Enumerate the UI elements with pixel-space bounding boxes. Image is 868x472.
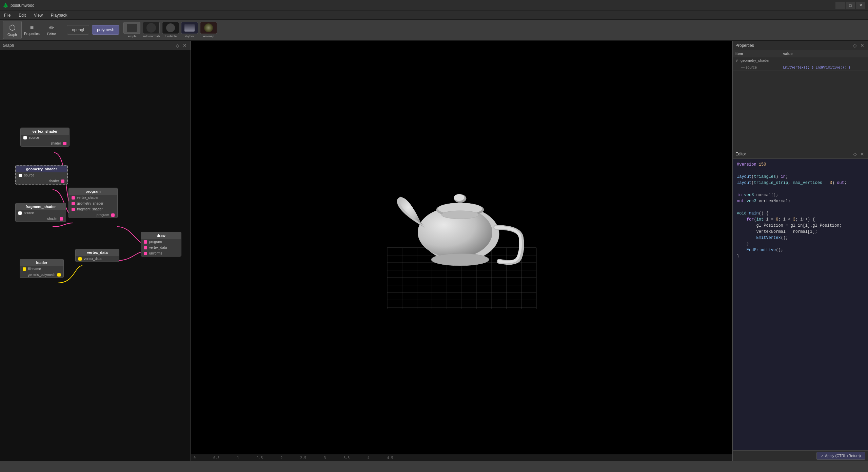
preset-turntable-label: turntable <box>165 35 177 38</box>
preset-auto-normals-label: auto normals <box>142 35 160 38</box>
port-vertex-shader-out: shader <box>21 140 69 146</box>
graph-panel-diamond[interactable]: ◇ <box>174 42 180 49</box>
port-prog-out: program <box>69 212 117 218</box>
graph-panel-header: Graph ◇ ✕ <box>0 41 191 50</box>
prop-source-key: — source <box>741 65 757 69</box>
preset-skybox[interactable]: skybox <box>181 22 198 38</box>
port-dot-draw-prog <box>144 240 147 244</box>
port-dot-prog-out <box>111 213 115 217</box>
port-dot-loader-out <box>57 273 61 277</box>
port-dot-vs-shader <box>63 142 66 145</box>
graph-panel-title: Graph <box>3 43 14 48</box>
preset-skybox-label: skybox <box>185 35 194 38</box>
port-draw-vdata: vertex_data <box>141 245 181 250</box>
right-panels: Properties ◇ ✕ item value <box>732 41 868 461</box>
teapot-area <box>191 41 732 454</box>
window-controls: — □ ✕ <box>835 2 865 9</box>
port-geo-source: source <box>16 172 67 178</box>
editor-icon: ✏ <box>49 24 54 32</box>
properties-content: item value ∨ geometry_shader <box>733 50 868 149</box>
prop-geo-shader-key: geometry_shader <box>741 58 770 62</box>
svg-point-29 <box>441 211 479 219</box>
node-program[interactable]: program vertex_shader geometry_shader fr… <box>68 188 118 218</box>
editor-panel-diamond[interactable]: ◇ <box>852 151 858 157</box>
port-dot-gs-source <box>19 174 22 177</box>
port-dot-vs-source <box>23 136 27 139</box>
app-title: possumwood <box>11 3 35 8</box>
minimize-button[interactable]: — <box>835 2 845 9</box>
preset-simple[interactable]: simple <box>123 22 140 38</box>
tab-opengl[interactable]: opengl <box>67 25 89 35</box>
menubar: File Edit View Playback <box>0 11 868 20</box>
port-prog-fs: fragment_shader <box>69 206 117 212</box>
port-dot-loader-filename <box>23 267 26 271</box>
preset-turntable[interactable]: turntable <box>162 22 179 38</box>
prop-col-item: item <box>733 50 780 57</box>
teapot-svg <box>374 159 550 336</box>
menu-file[interactable]: File <box>0 12 15 19</box>
node-vertex-shader-title: vertex_shader <box>21 128 69 135</box>
editor-panel-title: Editor <box>735 152 746 156</box>
node-vertex-data[interactable]: vertex_data vertex_data <box>75 249 119 262</box>
editor-tool-button[interactable]: ✏ Editor <box>42 21 61 39</box>
menu-edit[interactable]: Edit <box>15 12 30 19</box>
node-program-title: program <box>69 188 117 195</box>
graph-panel-close[interactable]: ✕ <box>182 42 188 49</box>
preset-envmap-label: envmap <box>203 35 214 38</box>
main-tools: ⬡ Graph ≡ Properties ✏ Editor <box>3 21 64 39</box>
titlebar: 🌲 possumwood — □ ✕ <box>0 0 868 11</box>
node-fragment-shader[interactable]: fragment_shader source shader <box>15 203 66 222</box>
tab-polymesh[interactable]: polymesh <box>92 25 119 35</box>
node-draw-title: draw <box>141 232 181 239</box>
prop-source-value: EmitVertex(); } EndPrimitive(); } <box>783 65 850 69</box>
node-fragment-shader-title: fragment_shader <box>16 203 66 210</box>
graph-panel-controls: ◇ ✕ <box>174 42 188 49</box>
app-icon: 🌲 <box>3 3 8 8</box>
port-draw-uniforms: uniforms <box>141 250 181 256</box>
svg-point-24 <box>431 253 489 266</box>
port-frag-shader-out: shader <box>16 216 66 222</box>
editor-footer: ✓ Apply (CTRL+Return) <box>733 450 868 461</box>
node-geometry-shader[interactable]: geometry_shader source shader <box>15 165 68 185</box>
svg-point-28 <box>454 194 464 201</box>
node-vertex-shader[interactable]: vertex_shader source shader <box>20 128 70 147</box>
properties-tool-button[interactable]: ≡ Properties <box>22 21 41 39</box>
properties-panel-diamond[interactable]: ◇ <box>852 42 858 49</box>
prop-row-source: — source EmitVertex(); } EndPrimitive();… <box>733 64 868 71</box>
port-loader-filename: filename <box>20 266 63 272</box>
port-dot-draw-vdata <box>144 246 147 249</box>
node-loader-title: loader <box>20 259 63 266</box>
port-dot-gs-shader <box>61 180 64 183</box>
preset-buttons: simple auto normals turntable skybox env… <box>123 22 217 38</box>
editor-tool-label: Editor <box>47 32 56 36</box>
properties-panel-title: Properties <box>735 43 754 48</box>
editor-panel: Editor ◇ ✕ #version 150 layout(triangles… <box>733 149 868 461</box>
port-dot-prog-gs <box>72 202 75 205</box>
node-loader[interactable]: loader filename generic_polymesh <box>20 259 64 278</box>
properties-panel: Properties ◇ ✕ item value <box>733 41 868 149</box>
menu-view[interactable]: View <box>30 12 47 19</box>
graph-panel: Graph ◇ ✕ <box>0 41 191 461</box>
maximize-button[interactable]: □ <box>846 2 855 9</box>
menu-playback[interactable]: Playback <box>47 12 72 19</box>
port-dot-vd-in <box>78 257 82 261</box>
apply-button[interactable]: ✓ Apply (CTRL+Return) <box>816 452 865 460</box>
preset-envmap[interactable]: envmap <box>200 22 217 38</box>
graph-canvas[interactable]: vertex_shader source shader geometry_sha… <box>0 50 191 461</box>
editor-code-area[interactable]: #version 150 layout(triangles) in; layou… <box>733 159 868 450</box>
properties-icon: ≡ <box>30 24 34 31</box>
preset-auto-normals[interactable]: auto normals <box>142 22 160 38</box>
graph-tool-button[interactable]: ⬡ Graph <box>3 21 22 39</box>
viewport[interactable]: 0 0.5 1 1.5 2 2.5 3 3.5 4 4.5 <box>191 41 732 461</box>
port-loader-out: generic_polymesh <box>20 272 63 278</box>
properties-panel-close[interactable]: ✕ <box>859 42 865 49</box>
toolbar: ⬡ Graph ≡ Properties ✏ Editor opengl pol… <box>0 20 868 41</box>
close-button[interactable]: ✕ <box>856 2 865 9</box>
graph-icon: ⬡ <box>9 23 16 32</box>
node-draw[interactable]: draw program vertex_data uniforms <box>141 232 181 257</box>
port-dot-fs-source <box>18 211 22 215</box>
node-vertex-data-title: vertex_data <box>76 249 119 256</box>
properties-panel-controls: ◇ ✕ <box>852 42 865 49</box>
port-vd-in: vertex_data <box>76 256 119 262</box>
editor-panel-close[interactable]: ✕ <box>859 151 865 157</box>
